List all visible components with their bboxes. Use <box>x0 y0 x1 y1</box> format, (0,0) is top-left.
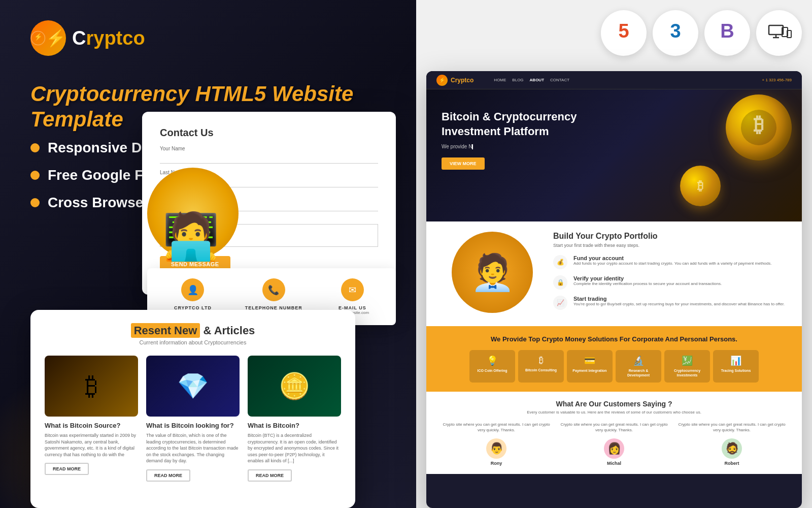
portfolio-step-2: 🔒 Verify your identity Complete the iden… <box>553 275 787 290</box>
contact-form-title: Contact Us <box>160 127 378 139</box>
portfolio-step-1: 💰 Fund your account Add funds to your cr… <box>553 255 787 269</box>
portfolio-subtitle: Start your first trade with these easy s… <box>553 243 787 248</box>
article-3-read-more[interactable]: READ MORE <box>248 469 292 482</box>
person-figure: 🧑‍💻 <box>162 213 219 259</box>
article-3-title: What is Bitcoin? <box>248 422 341 429</box>
research-label: Research & Development <box>620 368 657 377</box>
nav-contact[interactable]: CONTACT <box>550 78 569 82</box>
feature-dot <box>30 171 40 180</box>
name-input[interactable] <box>160 152 378 164</box>
services-row: 💡 ICO Coin Offering ₿ Bitcoin Consulting… <box>442 350 787 383</box>
articles-title: Resent New & Articles <box>45 324 341 337</box>
testimonial-3-text: Crypto site where you can get great resu… <box>677 422 787 433</box>
article-3-text: Bitcoin (BTC) is a decentralized cryptoc… <box>248 432 341 464</box>
website-preview: ⚡ Cryptco HOME BLOG ABOUT CONTACT + 1 32… <box>426 71 802 508</box>
hero-content: Bitcoin & CryptocurrencyInvestment Platf… <box>442 110 577 170</box>
article-3: 🪙 What is Bitcoin? Bitcoin (BTC) is a de… <box>248 356 341 482</box>
portfolio-figure: 🧑‍💼 <box>452 232 533 313</box>
testimonial-1: Crypto site where you can get great resu… <box>442 422 551 465</box>
testimonials-subtitle: Every customer is valuable to us. Here a… <box>442 410 787 415</box>
feature-dot <box>30 143 40 152</box>
trade-title: Start trading <box>573 296 785 302</box>
address-icon: 👤 <box>181 278 204 301</box>
hero-coins: ₿ <box>726 94 792 161</box>
service-tracing: 📊 Tracing Solutions <box>713 350 759 383</box>
preview-navbar: ⚡ Cryptco HOME BLOG ABOUT CONTACT + 1 32… <box>426 71 802 89</box>
articles-subtitle: Current information about Cryptocurrenci… <box>45 339 341 345</box>
preview-portfolio: 🧑‍💼 Build Your Crypto Portfolio Start yo… <box>426 221 802 326</box>
preview-logo-icon: ⚡ <box>436 75 448 86</box>
hero-title: Bitcoin & CryptocurrencyInvestment Platf… <box>442 110 577 139</box>
payment-icon: 💳 <box>571 355 608 366</box>
service-payment: 💳 Payment Integration <box>567 350 613 383</box>
articles-title-rest: & Articles <box>200 324 255 337</box>
fund-icon: 💰 <box>553 255 567 269</box>
crypto-invest-label: Cryptocurrency Investments <box>668 368 706 377</box>
articles-grid: ₿ What is Bitcoin Source? Bitcoin was ex… <box>45 356 341 482</box>
article-3-image: 🪙 <box>248 356 341 417</box>
verify-content: Verify your identity Complete the identi… <box>573 275 722 287</box>
testimonial-3-name: Robert <box>677 461 787 466</box>
email-icon: ✉ <box>341 278 364 301</box>
testimonial-2: Crypto site where you can get great resu… <box>559 422 669 465</box>
logo-area: ⚡ Cryptco <box>30 20 145 56</box>
article-2-title: What is Bitcoin looking for? <box>146 422 240 429</box>
bitcoin-icon: ₿ <box>522 355 560 366</box>
hero-view-more-button[interactable]: VIEW MORE <box>442 157 485 170</box>
responsive-icon <box>756 10 802 56</box>
nav-home[interactable]: HOME <box>494 78 506 82</box>
hero-subtitle: We provide N <box>442 144 577 149</box>
service-crypto-invest: 💹 Cryptocurrency Investments <box>664 350 710 383</box>
tracing-label: Tracing Solutions <box>717 368 755 373</box>
testimonials-title: What Are Our Customers Saying ? <box>442 400 787 408</box>
bootstrap-icon: B <box>704 10 750 56</box>
trade-text: You're good to go! Buy/sell crypto, set … <box>573 302 785 307</box>
portfolio-figure-area: 🧑‍💼 <box>442 232 543 316</box>
testimonials-row: Crypto site where you can get great resu… <box>442 422 787 465</box>
portfolio-step-3: 📈 Start trading You're good to go! Buy/s… <box>553 296 787 310</box>
main-coin: ₿ <box>726 94 792 161</box>
article-2-image: 💎 <box>146 356 240 417</box>
logo-rest: ryptco <box>86 27 145 49</box>
testimonial-1-name: Rony <box>442 461 551 466</box>
tracing-icon: 📊 <box>717 355 755 366</box>
preview-logo: ⚡ Cryptco <box>436 75 473 86</box>
tech-icons-row: 5 3 B <box>601 10 802 56</box>
preview-hero: Bitcoin & CryptocurrencyInvestment Platf… <box>426 89 802 221</box>
articles-title-highlight: Resent New <box>131 323 200 338</box>
ico-label: ICO Coin Offering <box>473 368 511 373</box>
testimonial-2-name: Michal <box>559 461 669 466</box>
logo-text: Cryptco <box>72 27 145 49</box>
article-2-read-more[interactable]: READ MORE <box>146 469 190 482</box>
feature-dot <box>30 198 40 207</box>
phone-icon: 📞 <box>262 278 285 301</box>
testimonial-2-text: Crypto site where you can get great resu… <box>559 422 669 433</box>
nav-about[interactable]: ABOUT <box>530 78 544 82</box>
verify-icon: 🔒 <box>553 275 567 290</box>
nav-blog[interactable]: BLOG <box>512 78 523 82</box>
contact-illustration: 🧑‍💻 <box>147 168 259 269</box>
article-2: 💎 What is Bitcoin looking for? The value… <box>146 356 240 482</box>
bitcoin-label: Bitcoin Consulting <box>522 368 560 372</box>
service-ico: 💡 ICO Coin Offering <box>469 350 515 383</box>
article-1-title: What is Bitcoin Source? <box>45 422 138 429</box>
preview-logo-text: Cryptco <box>451 77 473 84</box>
svg-text:5: 5 <box>618 20 629 42</box>
trade-icon: 📈 <box>553 296 567 310</box>
article-2-text: The value of Bitcoin, which is one of th… <box>146 432 240 464</box>
article-1-image: ₿ <box>45 356 138 417</box>
article-1-read-more[interactable]: READ MORE <box>45 463 89 475</box>
fund-text: Add funds to your crypto account to star… <box>573 261 771 266</box>
service-research: 🔬 Research & Development <box>616 350 661 383</box>
verify-title: Verify your identity <box>573 275 722 281</box>
css3-icon: 3 <box>653 10 698 56</box>
svg-text:B: B <box>720 20 734 42</box>
fund-content: Fund your account Add funds to your cryp… <box>573 255 771 266</box>
article-1: ₿ What is Bitcoin Source? Bitcoin was ex… <box>45 356 138 482</box>
ico-icon: 💡 <box>473 355 511 366</box>
testimonials-section: What Are Our Customers Saying ? Every cu… <box>426 392 802 473</box>
gold-banner-title: We Provide Top Crypto Money Solutions Fo… <box>442 335 787 343</box>
avatar-rony: 👨 <box>486 438 506 459</box>
gold-banner: We Provide Top Crypto Money Solutions Fo… <box>426 326 802 392</box>
left-panel: ⚡ Cryptco Cryptocurrency HTML5 Website T… <box>0 0 416 508</box>
